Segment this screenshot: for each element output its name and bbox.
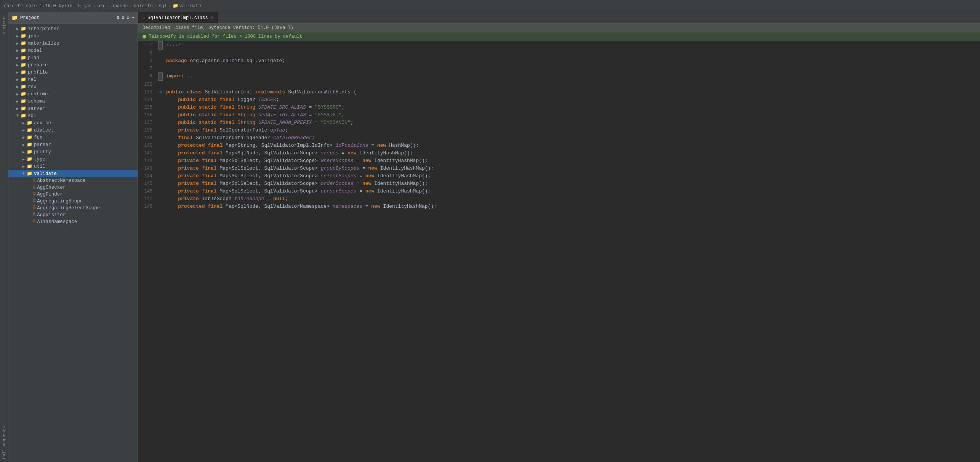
tab-label: SqlValidatorImpl.class xyxy=(147,15,208,21)
tree-item-advise[interactable]: ▶📁advise xyxy=(8,119,138,127)
tree-item-type[interactable]: ▶📁type xyxy=(8,156,138,163)
editor-tab-sqlvalidatorimpl[interactable]: ☕ SqlValidatorImpl.class × xyxy=(138,12,218,23)
tree-item-pretty[interactable]: ▶📁pretty xyxy=(8,148,138,156)
tree-item-profile[interactable]: ▶📁profile xyxy=(8,69,138,76)
line-number: 147 xyxy=(138,195,157,203)
tree-arrow-collapsed[interactable]: ▶ xyxy=(14,27,21,31)
tree-arrow-collapsed[interactable]: ▶ xyxy=(21,143,27,147)
tree-item-util[interactable]: ▶📁util xyxy=(8,163,138,170)
code-content: public class SqlValidatorImpl implements… xyxy=(165,88,356,96)
tree-arrow-collapsed[interactable]: ▶ xyxy=(14,41,21,46)
tree-item-label: AliasNamespace xyxy=(37,219,77,225)
code-content: private final Map<SqlSelect, SqlValidato… xyxy=(165,157,428,165)
folder-icon: 📁 xyxy=(21,106,26,111)
breadcrumb-apache[interactable]: apache xyxy=(111,3,128,9)
tree-arrow-collapsed[interactable]: ▶ xyxy=(14,63,21,67)
tree-arrow-collapsed[interactable]: ▶ xyxy=(14,70,21,75)
tree-item-schema[interactable]: ▶📁schema xyxy=(8,98,138,105)
tree-item-AggregatingSelectScope[interactable]: ©AggregatingSelectScope xyxy=(8,205,138,212)
tree-arrow-collapsed[interactable]: ▶ xyxy=(21,121,27,125)
tree-arrow-collapsed[interactable]: ▶ xyxy=(14,77,21,82)
code-line-142: 142 private final Map<SqlSelect, SqlVali… xyxy=(138,157,980,165)
code-content: private final Map<SqlSelect, SqlValidato… xyxy=(165,172,431,180)
tree-arrow-collapsed[interactable]: ▶ xyxy=(14,99,21,104)
code-line-140: 140 protected final Map<String, SqlValid… xyxy=(138,142,980,149)
tree-item-label: plan xyxy=(28,55,39,61)
tree-arrow-collapsed[interactable]: ▶ xyxy=(21,150,27,154)
breadcrumb-jar[interactable]: calcite-core-1.16.0-kylin-r5.jar xyxy=(4,3,91,9)
code-line-135: 135 public static final String UPDATE_SR… xyxy=(138,104,980,111)
vtab-project[interactable]: Project xyxy=(1,14,7,37)
tree-item-AbstractNamespace[interactable]: ©AbstractNamespace xyxy=(8,177,138,184)
tree-item-runtime[interactable]: ▶📁runtime xyxy=(8,90,138,98)
tree-item-fun[interactable]: ▶📁fun xyxy=(8,134,138,141)
tree-arrow-collapsed[interactable]: ▶ xyxy=(14,48,21,53)
tree-arrow-collapsed[interactable]: ▶ xyxy=(14,106,21,111)
tree-item-model[interactable]: ▶📁model xyxy=(8,47,138,54)
sort-icon[interactable]: ≡ xyxy=(122,15,124,21)
folder-icon: 📁 xyxy=(21,84,26,90)
tree-item-sql[interactable]: ▼📁sql xyxy=(8,112,138,119)
tree-arrow-expanded[interactable]: ▼ xyxy=(14,114,21,118)
tree-item-AliasNamespace[interactable]: ©AliasNamespace xyxy=(8,218,138,225)
tree-arrow-collapsed[interactable]: ▶ xyxy=(21,135,27,140)
locate-icon[interactable]: ⊕ xyxy=(117,15,119,21)
line-number: 7 xyxy=(138,65,157,72)
tree-item-jdbc[interactable]: ▶📁jdbc xyxy=(8,32,138,40)
breadcrumb-calcite[interactable]: calcite xyxy=(134,3,153,9)
tree-item-validate[interactable]: ▼📁validate xyxy=(8,170,138,177)
class-icon: © xyxy=(33,212,35,218)
breadcrumb-sql[interactable]: sql xyxy=(159,3,167,9)
info-bar-decompiled: Decompiled .class file, bytecode version… xyxy=(138,24,980,32)
tree-arrow-collapsed[interactable]: ▶ xyxy=(14,56,21,60)
collapse-icon[interactable]: − xyxy=(132,15,135,21)
breadcrumb-validate[interactable]: validate xyxy=(179,3,201,9)
tree-arrow-collapsed[interactable]: ▶ xyxy=(21,164,27,169)
tree-arrow-collapsed[interactable]: ▶ xyxy=(14,85,21,89)
tree-arrow-collapsed[interactable]: ▶ xyxy=(21,157,27,162)
code-editor[interactable]: 1−/.../ 56package org.apache.calcite.sql… xyxy=(138,41,980,462)
main-layout: Project Pull Requests 📁 Project ⊕ ≡ ⚙ − … xyxy=(0,12,980,462)
tree-item-prepare[interactable]: ▶📁prepare xyxy=(8,61,138,69)
options-icon[interactable]: ⚙ xyxy=(127,15,130,21)
code-line-133: 133⊕public class SqlValidatorImpl implem… xyxy=(138,88,980,96)
vtab-pull-requests[interactable]: Pull Requests xyxy=(1,423,7,462)
code-line-5: 5 xyxy=(138,50,980,57)
code-content: import ... xyxy=(165,72,196,80)
class-icon: © xyxy=(33,178,35,183)
tree-arrow-expanded[interactable]: ▼ xyxy=(21,172,27,176)
code-content: private TableScope tableScope = null; xyxy=(165,195,288,203)
folder-icon: 📁 xyxy=(21,55,26,61)
tree-item-label: type xyxy=(34,157,45,162)
tree-item-interpreter[interactable]: ▶📁interpreter xyxy=(8,25,138,32)
folder-icon: 📁 xyxy=(11,14,18,21)
tree-item-label: materialize xyxy=(28,41,59,46)
tree-item-plan[interactable]: ▶📁plan xyxy=(8,54,138,61)
tree-item-AggFinder[interactable]: ©AggFinder xyxy=(8,191,138,198)
tree-item-materialize[interactable]: ▶📁materialize xyxy=(8,40,138,47)
project-tree: ▶📁interpreter▶📁jdbc▶📁materialize▶📁model▶… xyxy=(8,24,138,462)
folder-icon: 📁 xyxy=(21,69,26,75)
code-line-1: 1−/.../ xyxy=(138,41,980,50)
tree-arrow-collapsed[interactable]: ▶ xyxy=(14,34,21,38)
breadcrumb-org[interactable]: org xyxy=(98,3,106,9)
tree-item-label: AggFinder xyxy=(37,192,63,197)
tree-item-rel[interactable]: ▶📁rel xyxy=(8,76,138,83)
tree-item-rex[interactable]: ▶📁rex xyxy=(8,83,138,90)
tree-item-AggregatingScope[interactable]: ©AggregatingScope xyxy=(8,198,138,205)
line-number: 141 xyxy=(138,149,157,157)
tree-item-dialect[interactable]: ▶📁dialect xyxy=(8,127,138,134)
tree-arrow-collapsed[interactable]: ▶ xyxy=(21,128,27,133)
tree-arrow-collapsed[interactable]: ▶ xyxy=(14,92,21,96)
tree-item-parser[interactable]: ▶📁parser xyxy=(8,141,138,148)
tree-item-server[interactable]: ▶📁server xyxy=(8,105,138,112)
code-line-132: 132 xyxy=(138,81,980,88)
tree-item-AggChecker[interactable]: ©AggChecker xyxy=(8,184,138,191)
code-content: package org.apache.calcite.sql.validate; xyxy=(165,57,285,65)
class-file-icon: ☕ xyxy=(143,15,145,21)
tree-item-AggVisitor[interactable]: ©AggVisitor xyxy=(8,212,138,218)
tab-close-button[interactable]: × xyxy=(210,15,213,21)
code-line-7: 7 xyxy=(138,65,980,72)
tree-item-label: sql xyxy=(28,113,37,119)
tree-item-label: schema xyxy=(28,99,45,104)
